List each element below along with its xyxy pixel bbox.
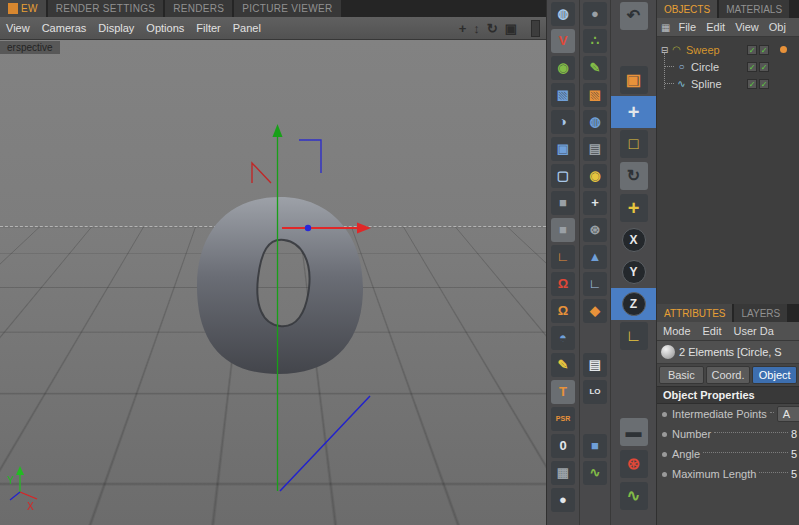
render-enable-checkbox[interactable]: ✓	[759, 45, 769, 55]
magnet-icon[interactable]: Ω	[547, 270, 579, 297]
point-sphere-icon[interactable]: ◉	[547, 54, 579, 81]
undo-icon[interactable]: ↶	[611, 0, 656, 32]
angle-value-field[interactable]: 5	[791, 448, 797, 460]
marker-icon[interactable]: ◆	[580, 297, 610, 324]
model-mode-icon[interactable]: ●	[580, 0, 610, 27]
render-enable-checkbox[interactable]: ✓	[759, 62, 769, 72]
render-region-icon[interactable]: ▣	[611, 64, 656, 96]
spline-pen-icon[interactable]: ✎	[547, 351, 579, 378]
tangent-handle-red[interactable]	[252, 163, 271, 183]
perspective-viewport[interactable]: Y X erspective	[0, 40, 546, 525]
tab-object[interactable]: Object	[752, 366, 797, 384]
coord-system-icon[interactable]: ∟	[611, 320, 656, 352]
z-axis-handle[interactable]	[305, 225, 311, 231]
y-lock-button[interactable]: Y	[611, 256, 656, 288]
spline-live-icon[interactable]: ∿	[611, 480, 656, 512]
editor-enable-checkbox[interactable]: ✓	[747, 62, 757, 72]
axis-mode-icon[interactable]: +	[580, 189, 610, 216]
attributes-menu-edit[interactable]: Edit	[697, 325, 728, 337]
sweep-object-mesh[interactable]	[197, 197, 363, 374]
grid-array-icon[interactable]: ▦	[547, 459, 579, 486]
x-lock-button[interactable]: X	[611, 224, 656, 256]
menu-display[interactable]: Display	[98, 22, 134, 34]
y-axis-arrowhead[interactable]	[273, 124, 283, 137]
gear-icon[interactable]: ⊛	[580, 216, 610, 243]
menu-panel[interactable]: Panel	[233, 22, 261, 34]
sphere-icon[interactable]: ●	[547, 486, 579, 513]
clapperboard-icon[interactable]: ▬	[611, 416, 656, 448]
object-label-sweep[interactable]: Sweep	[686, 44, 720, 56]
menu-cameras[interactable]: Cameras	[42, 22, 87, 34]
tab-coord[interactable]: Coord.	[706, 366, 751, 384]
instance-cube-icon[interactable]: ■	[547, 216, 579, 243]
snap-magnet-icon[interactable]: Ω	[547, 297, 579, 324]
objects-menu-edit[interactable]: Edit	[701, 21, 730, 33]
tree-row-sweep[interactable]: ⊟ ◠ Sweep ✓ ✓	[657, 41, 799, 58]
pan-view-icon[interactable]: +	[459, 22, 467, 35]
dark-cube-icon[interactable]: ■	[547, 189, 579, 216]
pyramid-icon[interactable]: ▲	[580, 243, 610, 270]
texture-globe-icon[interactable]: ◍	[580, 108, 610, 135]
attributes-menu-userdata[interactable]: User Da	[728, 325, 780, 337]
editor-enable-checkbox[interactable]: ✓	[747, 79, 757, 89]
red-gear-icon[interactable]: ⊛	[611, 448, 656, 480]
tab-basic[interactable]: Basic	[659, 366, 704, 384]
editor-enable-checkbox[interactable]: ✓	[747, 45, 757, 55]
z-lock-button[interactable]: Z	[611, 288, 656, 320]
tab-render-settings[interactable]: RENDER SETTINGS	[48, 0, 164, 17]
content-browser-icon[interactable]: ◍	[547, 0, 579, 27]
tab-objects[interactable]: OBJECTS	[657, 0, 717, 18]
checker-sphere-icon[interactable]: ◑	[547, 108, 579, 135]
light-icon[interactable]: ◉	[580, 162, 610, 189]
maximum-length-value-field[interactable]: 5	[791, 468, 797, 480]
maximize-view-icon[interactable]: ▣	[505, 22, 517, 35]
objects-menu-objects[interactable]: Obj	[764, 21, 791, 33]
cube-primitive-icon[interactable]: ▧	[547, 81, 579, 108]
intermediate-points-dropdown[interactable]: A	[777, 406, 799, 422]
pen-icon[interactable]: ✎	[580, 54, 610, 81]
menu-view[interactable]: View	[6, 22, 30, 34]
object-label-spline[interactable]: Spline	[691, 78, 722, 90]
text-spline-icon[interactable]: T	[547, 378, 579, 405]
move-tool-icon[interactable]: +	[611, 96, 656, 128]
spline-wave-icon[interactable]: ∿	[580, 459, 610, 486]
panel-grip[interactable]	[531, 20, 540, 37]
tab-renders[interactable]: RENDERS	[165, 0, 232, 17]
attributes-menu-mode[interactable]: Mode	[657, 325, 697, 337]
menu-options[interactable]: Options	[146, 22, 184, 34]
objects-menu-view[interactable]: View	[730, 21, 764, 33]
tab-layers[interactable]: LAYERS	[734, 304, 787, 322]
axis-cross-icon[interactable]: +	[611, 192, 656, 224]
blue-cube-icon[interactable]: ■	[580, 432, 610, 459]
expander-icon[interactable]: ⊟	[659, 45, 670, 55]
tree-row-circle[interactable]: ○ Circle ✓ ✓	[657, 58, 799, 75]
render-enable-checkbox[interactable]: ✓	[759, 79, 769, 89]
menu-filter[interactable]: Filter	[196, 22, 220, 34]
tangent-handle-blue[interactable]	[299, 140, 321, 173]
objects-menu-file[interactable]: File	[673, 21, 701, 33]
zero-icon[interactable]: 0	[547, 432, 579, 459]
array-cubes-icon[interactable]: ▣	[547, 135, 579, 162]
document-icon[interactable]: ▤	[580, 351, 610, 378]
layer-dot[interactable]	[780, 46, 787, 53]
lo-render-icon[interactable]: LO	[580, 378, 610, 405]
tree-row-spline[interactable]: ∿ Spline ✓ ✓	[657, 75, 799, 92]
workplane-icon[interactable]: ∟	[547, 243, 579, 270]
polygon-mode-icon[interactable]: ▧	[580, 81, 610, 108]
dome-icon[interactable]: ◓	[547, 324, 579, 351]
points-mode-icon[interactable]: ∴	[580, 27, 610, 54]
film-camera-icon[interactable]: ▤	[580, 135, 610, 162]
psr-icon[interactable]: PSR	[547, 405, 579, 432]
number-value-field[interactable]: 8	[791, 428, 797, 440]
zoom-view-icon[interactable]: ↕	[473, 22, 480, 35]
scale-tool-icon[interactable]: □	[611, 128, 656, 160]
tab-materials[interactable]: MATERIALS	[719, 0, 789, 18]
rotate-tool-icon[interactable]: ↻	[611, 160, 656, 192]
ruler-icon[interactable]: ∟	[580, 270, 610, 297]
x-axis-arrowhead[interactable]	[357, 223, 371, 234]
tab-attributes[interactable]: ATTRIBUTES	[657, 304, 732, 322]
tab-view[interactable]: EW	[0, 0, 46, 17]
tab-picture-viewer[interactable]: PICTURE VIEWER	[234, 0, 340, 17]
object-label-circle[interactable]: Circle	[691, 61, 719, 73]
wire-cube-icon[interactable]: ▢	[547, 162, 579, 189]
